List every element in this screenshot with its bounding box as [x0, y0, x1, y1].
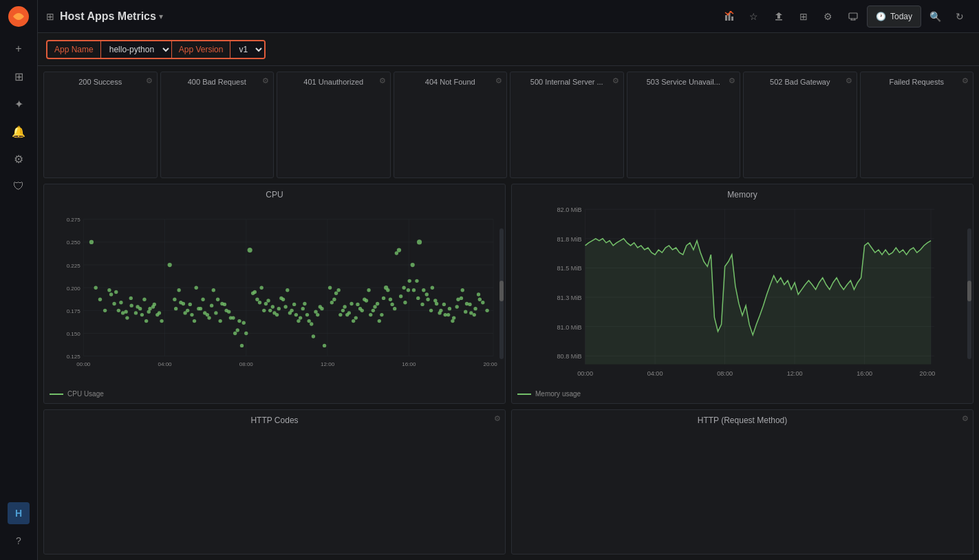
panel-200-gear[interactable]: ⚙ — [146, 76, 153, 85]
sidebar-h-icon[interactable]: H — [8, 502, 30, 524]
cpu-scrollbar-thumb[interactable] — [499, 281, 504, 301]
panel-500-gear[interactable]: ⚙ — [612, 76, 619, 85]
sidebar-help-icon[interactable]: ? — [6, 528, 31, 553]
svg-text:81.5 MiB: 81.5 MiB — [557, 265, 582, 272]
sidebar-shield-icon[interactable]: 🛡 — [6, 174, 31, 199]
panel-400-content — [166, 89, 268, 172]
svg-point-95 — [349, 302, 353, 305]
panel-502: ⚙ 502 Bad Gateway — [743, 72, 857, 178]
panel-failed: ⚙ Failed Requests — [860, 72, 974, 178]
svg-point-159 — [275, 313, 279, 316]
share-button[interactable] — [768, 6, 790, 28]
grid-button[interactable]: ⊞ — [793, 6, 815, 28]
sidebar-explore-icon[interactable]: ✦ — [6, 91, 31, 116]
svg-point-84 — [299, 316, 302, 319]
svg-point-47 — [134, 311, 138, 314]
svg-point-83 — [294, 313, 298, 316]
page-title: Host Apps Metrics — [60, 10, 156, 23]
svg-text:82.0 MiB: 82.0 MiB — [557, 206, 582, 213]
svg-point-162 — [288, 311, 292, 314]
svg-point-93 — [341, 309, 345, 312]
sidebar-add-icon[interactable]: + — [6, 36, 31, 61]
memory-scrollbar-thumb[interactable] — [967, 281, 971, 301]
svg-text:0.150: 0.150 — [67, 331, 81, 337]
panel-failed-title: Failed Requests — [866, 78, 968, 86]
panel-503: ⚙ 503 Service Unavail... — [627, 72, 741, 178]
app-name-select[interactable]: hello-python — [101, 41, 171, 58]
svg-point-143 — [201, 298, 204, 301]
sidebar-config-icon[interactable]: ⚙ — [6, 147, 31, 171]
svg-text:81.0 MiB: 81.0 MiB — [557, 324, 582, 331]
main-content: ⊞ Host Apps Metrics ▾ ☆ — [38, 0, 979, 560]
svg-point-207 — [485, 309, 488, 312]
svg-point-144 — [206, 313, 209, 316]
svg-text:12:00: 12:00 — [321, 361, 335, 367]
monitor-button[interactable] — [842, 6, 864, 28]
today-button[interactable]: 🕐 Today — [867, 6, 921, 28]
svg-point-131 — [136, 305, 139, 308]
svg-point-132 — [140, 313, 144, 316]
svg-text:00:00: 00:00 — [577, 370, 593, 377]
search-button[interactable]: 🔍 — [924, 6, 946, 28]
svg-point-202 — [464, 310, 467, 313]
panel-503-gear[interactable]: ⚙ — [729, 76, 735, 85]
svg-text:04:00: 04:00 — [647, 370, 663, 377]
svg-point-133 — [144, 319, 148, 323]
panel-401-content — [283, 89, 385, 172]
svg-text:20:00: 20:00 — [920, 370, 936, 377]
svg-text:0.275: 0.275 — [67, 217, 81, 223]
svg-point-179 — [365, 299, 368, 302]
refresh-button[interactable]: ↻ — [949, 6, 971, 28]
panel-401-gear[interactable]: ⚙ — [379, 76, 386, 85]
svg-point-156 — [262, 309, 266, 312]
svg-point-184 — [386, 288, 389, 292]
svg-point-149 — [227, 310, 230, 313]
logo[interactable] — [8, 6, 30, 30]
svg-point-134 — [148, 307, 151, 310]
svg-point-43 — [117, 309, 120, 312]
http-method-gear[interactable]: ⚙ — [962, 414, 969, 423]
panel-failed-gear[interactable]: ⚙ — [962, 76, 969, 85]
svg-text:81.8 MiB: 81.8 MiB — [557, 236, 582, 243]
svg-text:08:00: 08:00 — [239, 361, 254, 367]
http-codes-gear[interactable]: ⚙ — [494, 414, 501, 423]
sidebar-alert-icon[interactable]: 🔔 — [6, 119, 31, 144]
svg-text:16:00: 16:00 — [402, 361, 416, 367]
star-button[interactable]: ☆ — [743, 6, 765, 28]
memory-scrollbar[interactable] — [967, 228, 971, 360]
svg-point-4 — [727, 13, 729, 15]
svg-point-189 — [408, 279, 411, 283]
panel-400-gear[interactable]: ⚙ — [262, 76, 269, 85]
svg-point-163 — [292, 303, 296, 306]
status-panels-row: ⚙ 200 Success ⚙ 400 Bad Request ⚙ 401 Un… — [43, 72, 973, 178]
sidebar-bottom: H ? — [6, 502, 31, 554]
svg-point-152 — [240, 344, 244, 347]
bar-chart-button[interactable] — [718, 6, 740, 28]
svg-point-105 — [393, 307, 396, 310]
svg-point-197 — [442, 303, 446, 306]
cpu-scrollbar[interactable] — [499, 228, 504, 360]
svg-point-88 — [316, 313, 319, 316]
svg-point-170 — [323, 344, 326, 347]
memory-legend-line — [517, 394, 531, 395]
svg-point-140 — [189, 303, 192, 306]
svg-point-96 — [354, 316, 358, 319]
svg-point-124 — [473, 307, 477, 310]
svg-point-186 — [395, 251, 398, 255]
panel-404-gear[interactable]: ⚙ — [495, 76, 502, 85]
svg-text:81.3 MiB: 81.3 MiB — [557, 294, 582, 301]
topbar-actions: ☆ ⊞ ⚙ 🕐 Today 🔍 — [718, 6, 971, 28]
today-label: Today — [890, 12, 912, 21]
title-chevron[interactable]: ▾ — [159, 12, 163, 21]
content-area: ⚙ 200 Success ⚙ 400 Bad Request ⚙ 401 Un… — [38, 66, 979, 560]
svg-point-87 — [312, 334, 315, 338]
svg-point-155 — [258, 301, 261, 304]
panel-502-gear[interactable]: ⚙ — [846, 76, 852, 85]
svg-point-46 — [129, 303, 133, 307]
cpu-chart-title: CPU — [50, 190, 499, 200]
settings-button[interactable]: ⚙ — [817, 6, 839, 28]
memory-chart-title: Memory — [517, 190, 967, 200]
svg-point-130 — [129, 297, 133, 300]
sidebar-dashboard-icon[interactable]: ⊞ — [6, 64, 31, 89]
app-version-select[interactable]: v1 — [230, 41, 264, 58]
